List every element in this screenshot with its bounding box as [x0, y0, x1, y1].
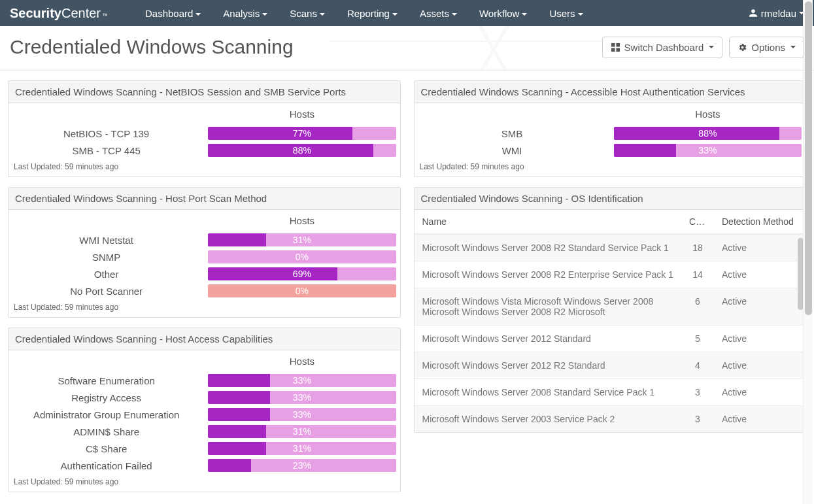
options-button[interactable]: Options: [729, 37, 804, 58]
bar[interactable]: 77%: [208, 127, 396, 140]
cell-name: Microsoft Windows Server 2012 R2 Standar…: [415, 352, 682, 379]
options-label: Options: [751, 42, 785, 53]
bar-row: Software Enumeration33%: [8, 372, 400, 389]
cell-method: Active: [714, 261, 806, 288]
bar[interactable]: 33%: [614, 144, 802, 157]
column-count[interactable]: C…: [681, 210, 714, 234]
caret-down-icon: [790, 46, 796, 48]
row-bar-cell: 31%: [204, 231, 399, 248]
table-row[interactable]: Microsoft Windows Server 2008 R2 Standar…: [415, 235, 806, 261]
row-bar-cell: 33%: [204, 406, 399, 423]
bar[interactable]: 0%: [208, 284, 396, 297]
bar[interactable]: 23%: [208, 459, 396, 472]
cell-count: 4: [681, 352, 714, 379]
page-scrollbar[interactable]: [803, 0, 813, 492]
cell-name: Microsoft Windows Server 2003 Service Pa…: [415, 406, 682, 433]
nav-item-workflow[interactable]: Workflow: [468, 1, 538, 25]
os-table-scroll[interactable]: Microsoft Windows Server 2008 R2 Standar…: [415, 234, 806, 432]
scrollbar-thumb[interactable]: [805, 1, 812, 315]
bar-table: Hosts NetBIOS - TCP 13977%SMB - TCP 4458…: [8, 103, 400, 159]
brand-tm: ™: [102, 12, 108, 19]
svg-rect-2: [611, 48, 615, 52]
nav-label: Dashboard: [145, 8, 193, 19]
brand-part1: Security: [10, 6, 61, 21]
bar-value: 23%: [208, 459, 396, 472]
cell-name: Microsoft Windows Vista Microsoft Window…: [415, 288, 682, 326]
column-detection-method[interactable]: Detection Method: [714, 210, 806, 234]
cell-method: Active: [714, 235, 806, 261]
cell-count: 3: [681, 379, 714, 406]
bar-value: 88%: [208, 144, 396, 157]
nav-label: Analysis: [223, 8, 260, 19]
grid-icon: [611, 42, 620, 52]
panel-title: Credentialed Windows Scanning - Host Acc…: [8, 328, 400, 350]
page-title: Credentialed Windows Scanning: [10, 36, 602, 58]
right-column: Credentialed Windows Scanning - Accessib…: [414, 80, 807, 492]
brand-logo[interactable]: SecurityCenter™: [10, 6, 108, 21]
caret-down-icon: [709, 46, 714, 48]
nav-item-assets[interactable]: Assets: [409, 1, 468, 25]
bar[interactable]: 0%: [208, 250, 396, 263]
bar-row: ADMIN$ Share31%: [8, 423, 400, 440]
nav-item-scans[interactable]: Scans: [279, 1, 336, 25]
table-row[interactable]: Microsoft Windows Server 2003 Service Pa…: [415, 406, 806, 433]
table-row[interactable]: Microsoft Windows Server 2008 Standard S…: [415, 379, 806, 406]
bar[interactable]: 31%: [208, 425, 396, 438]
panel-os-identification: Credentialed Windows Scanning - OS Ident…: [414, 187, 807, 433]
bar-value: 33%: [208, 374, 396, 387]
cell-method: Active: [714, 288, 806, 326]
row-label: WMI Netstat: [8, 231, 204, 248]
bar-row: NetBIOS - TCP 13977%: [8, 125, 400, 142]
nav-label: Assets: [420, 8, 449, 19]
row-label: Authentication Failed: [8, 457, 204, 474]
user-menu[interactable]: rmeldau: [749, 8, 804, 19]
cell-name: Microsoft Windows Server 2008 R2 Enterpr…: [415, 261, 682, 288]
bar[interactable]: 31%: [208, 442, 396, 455]
bar[interactable]: 33%: [208, 391, 396, 404]
row-label: ADMIN$ Share: [8, 423, 204, 440]
switch-dashboard-button[interactable]: Switch Dashboard: [602, 37, 723, 58]
table-row[interactable]: Microsoft Windows Server 2008 R2 Enterpr…: [415, 261, 806, 288]
bar-row: Administrator Group Enumeration33%: [8, 406, 400, 423]
bar-value: 77%: [208, 127, 396, 140]
nav-label: Scans: [290, 8, 317, 19]
nav-item-analysis[interactable]: Analysis: [212, 1, 279, 25]
row-bar-cell: 88%: [610, 125, 806, 142]
nav-label: Users: [549, 8, 575, 19]
bar[interactable]: 33%: [208, 374, 396, 387]
bar[interactable]: 88%: [614, 127, 802, 140]
nav-item-reporting[interactable]: Reporting: [336, 1, 409, 25]
brand-part2: Center: [61, 6, 101, 21]
bar[interactable]: 88%: [208, 144, 396, 157]
row-bar-cell: 33%: [204, 389, 399, 406]
table-row[interactable]: Microsoft Windows Vista Microsoft Window…: [415, 288, 806, 326]
bar-row: Authentication Failed23%: [8, 457, 400, 474]
cell-count: 5: [681, 326, 714, 352]
panel-title: Credentialed Windows Scanning - Accessib…: [415, 81, 806, 103]
bar-value: 31%: [208, 442, 396, 455]
cell-count: 3: [681, 406, 714, 433]
bar-value: 31%: [208, 425, 396, 438]
cell-name: Microsoft Windows Server 2012 Standard: [415, 326, 682, 352]
caret-down-icon: [578, 13, 583, 16]
bar[interactable]: 33%: [208, 408, 396, 421]
panel-footer: Last Updated: 59 minutes ago: [8, 474, 400, 492]
row-bar-cell: 0%: [204, 248, 399, 265]
bar-value: 33%: [208, 391, 396, 404]
nav-label: Workflow: [479, 8, 519, 19]
column-name[interactable]: Name: [415, 210, 682, 234]
cell-method: Active: [714, 379, 806, 406]
table-row[interactable]: Microsoft Windows Server 2012 R2 Standar…: [415, 352, 806, 379]
caret-down-icon: [392, 13, 398, 16]
nav-item-users[interactable]: Users: [538, 1, 594, 25]
row-bar-cell: 69%: [204, 265, 399, 282]
bar[interactable]: 69%: [208, 267, 396, 280]
bar-value: 88%: [614, 127, 802, 140]
nav-item-dashboard[interactable]: Dashboard: [134, 1, 212, 25]
table-row[interactable]: Microsoft Windows Server 2012 Standard5A…: [415, 326, 806, 352]
panel-footer: Last Updated: 59 minutes ago: [8, 299, 400, 317]
bar-row: C$ Share31%: [8, 440, 400, 457]
caret-down-icon: [522, 13, 527, 16]
svg-rect-0: [611, 42, 615, 46]
bar[interactable]: 31%: [208, 233, 396, 246]
